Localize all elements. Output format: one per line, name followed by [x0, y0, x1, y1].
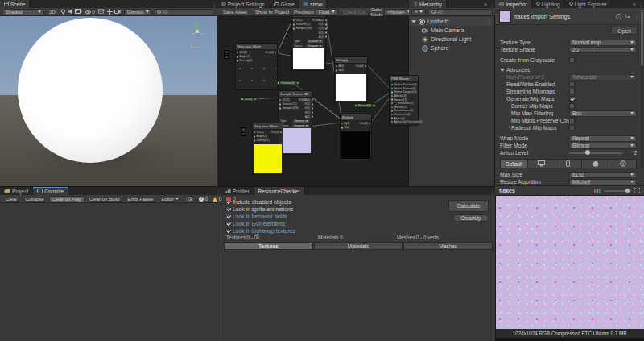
grayscale-checkbox[interactable]	[569, 57, 575, 63]
streaming-checkbox[interactable]	[569, 89, 575, 94]
npot-dropdown[interactable]: ToNearest	[569, 74, 637, 81]
node-input-port[interactable]: Sampler(SS)	[293, 27, 312, 31]
platform-tab-webgl[interactable]	[609, 160, 636, 168]
show-in-project-button[interactable]: Show In Project	[252, 9, 292, 15]
node-output-port[interactable]: A(1)	[299, 114, 313, 119]
filter-mode-dropdown[interactable]: Bilinear	[569, 143, 637, 149]
toggle-2d-button[interactable]: 2D	[46, 9, 59, 15]
wrap-mode-dropdown[interactable]: Repeat	[569, 135, 637, 142]
texture-preview[interactable]	[495, 196, 644, 329]
tab-project-settings[interactable]: Project Settings	[217, 0, 270, 8]
node-output-port[interactable]: G(1)	[299, 106, 313, 110]
foldout-open-icon[interactable]	[411, 20, 416, 23]
node-output-port[interactable]: RGBA(4)	[299, 98, 313, 102]
readwrite-checkbox[interactable]	[569, 81, 575, 87]
platform-tab-standalone[interactable]	[528, 160, 555, 168]
fullscreen-icon[interactable]	[634, 188, 640, 193]
port-default-value-chip[interactable]: 0	[241, 132, 246, 136]
platform-tab-android[interactable]	[582, 160, 609, 168]
node-output-port[interactable]: R(1)	[312, 23, 327, 27]
resize-algorithm-dropdown[interactable]: Mitchell	[569, 179, 637, 185]
check-out-button[interactable]: Check Out	[340, 9, 369, 15]
hierarchy-item-main-camera[interactable]: Main Camera	[409, 26, 495, 35]
node-space-dropdown[interactable]: Tangent	[305, 44, 324, 48]
presets-icon[interactable]	[625, 14, 630, 19]
calculate-button[interactable]: Calculate	[448, 200, 489, 212]
tools-icon[interactable]	[107, 9, 113, 15]
node-type-dropdown[interactable]: Default	[307, 40, 324, 43]
tab-console[interactable]: Console	[33, 187, 68, 195]
property-pill-normal[interactable]: Normal(3)	[353, 103, 378, 108]
tab-project[interactable]: Project	[0, 187, 33, 195]
node-input-port[interactable]: B(4)	[341, 126, 349, 130]
header-menu-icon[interactable]: ⋮	[634, 14, 640, 19]
check-sprite-animations[interactable]: Look in sprite animations	[225, 206, 293, 212]
hierarchy-item-sphere[interactable]: Sphere	[409, 44, 495, 52]
error-count-badge[interactable]: !0	[225, 196, 237, 202]
node-input-port[interactable]: Texture(T2)	[279, 102, 299, 106]
port-default-value-chip[interactable]: 0	[224, 55, 229, 59]
texture-type-dropdown[interactable]: Normal map	[569, 40, 637, 46]
node-output-port[interactable]: Out(4)	[270, 131, 282, 135]
warning-count-badge[interactable]: 0	[211, 196, 223, 202]
clear-button[interactable]: Clear	[2, 196, 20, 202]
node-pbr-master[interactable]: PBR Master Vertex Position(3) Vertex Nor…	[389, 75, 419, 126]
aniso-slider-knob[interactable]	[585, 150, 590, 155]
hierarchy-search-input[interactable]: All	[427, 9, 493, 15]
mip-slider-knob[interactable]	[625, 189, 630, 193]
texture-shape-dropdown[interactable]: 2D	[569, 47, 637, 53]
node-input-port[interactable]: Angle(1)	[254, 135, 270, 139]
gizmos-dropdown[interactable]: Gizmos	[124, 9, 151, 15]
check-behavior-fields[interactable]: Look in behavior fields	[225, 213, 287, 219]
collapse-button[interactable]: Collapse	[22, 196, 47, 202]
node-input-port[interactable]: UV(2)	[293, 19, 312, 23]
node-output-port[interactable]: R(1)	[299, 102, 313, 106]
graph-menu-icon[interactable]: ⋮	[402, 0, 409, 8]
cleanup-button[interactable]: CleanUp	[453, 214, 489, 222]
tab-light-explorer[interactable]: Light Explorer	[565, 0, 612, 8]
segment-materials[interactable]: Materials	[314, 242, 403, 250]
segment-meshes[interactable]: Meshes	[403, 242, 493, 250]
node-input-port[interactable]: UV(2)	[254, 131, 270, 135]
effects-dropdown-icon[interactable]	[75, 9, 82, 15]
node-input-port[interactable]: UV(2)	[237, 51, 253, 55]
check-gui-elements[interactable]: Look in GUI elements	[225, 220, 285, 227]
node-input-port[interactable]: AlphaClipThreshold(1)	[391, 120, 416, 124]
checkbox-checked[interactable]	[225, 221, 230, 226]
tab-profiler[interactable]: Profiler	[221, 187, 254, 195]
node-sample-texture-top[interactable]: Sample Texture 2D UV(2) Texture(T2) Samp…	[291, 10, 326, 71]
node-custom-voronoi-1[interactable]: Very nice White UV(2) Angle(1) Density(1…	[235, 43, 278, 90]
hierarchy-menu-icon[interactable]: ⋮	[489, 0, 495, 8]
node-input-port[interactable]: A(4)	[341, 122, 349, 126]
check-lightmap-textures[interactable]: Look in Lightmap textures	[225, 227, 295, 234]
console-search-input[interactable]	[184, 196, 196, 202]
info-count-badge[interactable]: !0	[197, 196, 209, 202]
node-output-port[interactable]: RGBA(4)	[312, 19, 327, 23]
aniso-slider[interactable]	[569, 152, 622, 154]
node-input-port[interactable]: Density(1)	[237, 59, 253, 63]
mipmap-filtering-dropdown[interactable]: Box	[569, 110, 637, 117]
preserve-coverage-checkbox[interactable]	[569, 118, 575, 123]
editor-dropdown[interactable]: Editor	[158, 196, 182, 202]
border-mipmaps-checkbox[interactable]	[569, 103, 575, 109]
node-type-dropdown[interactable]: Normal	[292, 119, 310, 123]
node-input-port[interactable]: B(4)	[336, 69, 344, 73]
node-input-port[interactable]: Smoothness(1)	[391, 109, 416, 113]
node-input-port[interactable]: UV(2)	[279, 98, 299, 102]
node-input-port[interactable]: A(4)	[336, 64, 344, 69]
node-space-dropdown[interactable]: Tangent	[291, 124, 310, 127]
scene-sphere-object[interactable]	[18, 18, 163, 163]
scene-menu-icon[interactable]: ⋮	[211, 0, 217, 8]
tab-snow-shadergraph[interactable]: snow	[299, 0, 327, 8]
node-output-port[interactable]: B(1)	[299, 110, 313, 114]
create-object-button[interactable]: +	[411, 9, 426, 15]
node-input-port[interactable]: Sampler(SS)	[279, 106, 299, 110]
hidden-objects-toggle[interactable]: 0	[84, 9, 97, 15]
property-pill-position[interactable]: Position(3)	[275, 81, 301, 85]
preview-header-bar[interactable]: flakes	[495, 185, 644, 196]
scene-row-menu-icon[interactable]: ⋮	[486, 19, 493, 24]
port-default-value-chip[interactable]: 0	[224, 50, 229, 54]
console-menu-icon[interactable]: ⋮	[215, 187, 221, 195]
aniso-value[interactable]: 2	[625, 150, 637, 156]
scene-search-input[interactable]: All	[153, 9, 215, 15]
